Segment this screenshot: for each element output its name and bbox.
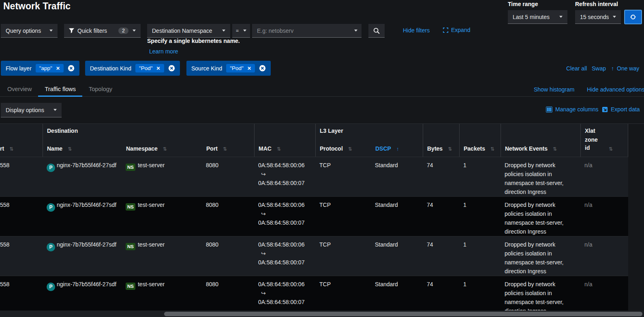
manage-columns-label: Manage columns xyxy=(555,106,599,113)
cell-dscp: Standard xyxy=(371,157,423,196)
header-group-xlat: Xlat xyxy=(581,124,628,134)
filter-field-select[interactable]: Destination Namespace xyxy=(147,24,230,38)
header-group-destination: Destination xyxy=(43,124,254,134)
destination-namespace-link[interactable]: test-server xyxy=(138,162,165,168)
sort-icon: ⇅ xyxy=(609,146,613,152)
horizontal-scrollbar-thumb[interactable] xyxy=(164,312,642,316)
destination-namespace-link[interactable]: test-server xyxy=(138,281,165,287)
pod-badge: P xyxy=(47,203,55,212)
destination-name-link[interactable]: nginx-7b7b55f46f-27sdf xyxy=(57,241,116,248)
query-options-dropdown[interactable]: Query options xyxy=(1,24,58,38)
column-header-xlat-zone-id[interactable]: zone id ⇅ xyxy=(581,136,629,157)
chip-group-close-icon[interactable] xyxy=(259,65,266,72)
header-group-l3-layer: L3 Layer xyxy=(316,124,423,134)
chip-value: "Pod" xyxy=(139,65,153,71)
page-title: Network Traffic xyxy=(3,1,71,12)
refresh-interval-select[interactable]: 15 seconds xyxy=(575,10,621,24)
column-header-network-events[interactable]: Network Events ⇅ xyxy=(501,145,581,157)
chevron-down-icon xyxy=(133,30,136,32)
chip-remove-icon[interactable]: ✕ xyxy=(56,66,60,71)
filter-operator-value: = xyxy=(236,28,239,34)
filter-value-input[interactable] xyxy=(256,27,350,34)
clear-all-filters-link[interactable]: Clear all xyxy=(566,65,587,72)
table-row[interactable]: 558 Pnginx-7b7b55f46f-27sdf NStest-serve… xyxy=(0,157,628,196)
chip-remove-icon[interactable]: ✕ xyxy=(247,66,251,71)
query-options-label: Query options xyxy=(6,28,45,34)
manage-columns-link[interactable]: Manage columns xyxy=(546,106,599,113)
cell-mac: 0A:58:64:58:00:06 ↪ 0A:58:64:58:00:07 xyxy=(254,197,315,236)
swap-filters-link[interactable]: Swap xyxy=(592,65,606,72)
autocomplete-chevron-icon[interactable] xyxy=(354,30,357,32)
cell-dscp: Standard xyxy=(371,236,423,276)
sort-ascending-icon: ↑ xyxy=(396,146,399,152)
cell-protocol: TCP xyxy=(315,276,371,315)
column-label: Protocol xyxy=(320,145,343,152)
expand-icon xyxy=(443,28,448,33)
tab-overview[interactable]: Overview xyxy=(1,83,38,96)
export-data-label: Export data xyxy=(611,106,640,113)
cell-bytes: 74 xyxy=(423,197,459,236)
one-way-link[interactable]: ↑ One way xyxy=(611,65,639,72)
sync-icon xyxy=(630,14,636,20)
refresh-button[interactable] xyxy=(624,10,642,24)
filter-operator-select[interactable]: = xyxy=(232,24,250,38)
table-row[interactable]: 558 Pnginx-7b7b55f46f-27sdf NStest-serve… xyxy=(0,276,628,315)
hook-arrow-icon: ↪ xyxy=(261,209,312,218)
column-header-source-port[interactable]: rt ⇅ xyxy=(0,145,43,157)
column-label: rt xyxy=(0,145,4,152)
cell-mac: 0A:58:64:58:00:06 ↪ 0A:58:64:58:00:07 xyxy=(254,236,315,276)
table-row[interactable]: 558 Pnginx-7b7b55f46f-27sdf NStest-serve… xyxy=(0,196,628,236)
namespace-badge: NS xyxy=(126,243,135,250)
quick-filters-dropdown[interactable]: Quick filters 2 xyxy=(64,24,141,38)
cell-xlat-zone-id: n/a xyxy=(580,197,628,236)
horizontal-scrollbar-track[interactable] xyxy=(0,311,644,317)
time-range-value: Last 5 minutes xyxy=(513,14,555,20)
expand-link[interactable]: Expand xyxy=(443,27,470,33)
time-range-label: Time range xyxy=(508,1,538,7)
hide-filters-link[interactable]: Hide filters xyxy=(403,27,430,34)
chip-group-close-icon[interactable] xyxy=(168,65,175,72)
header-group-spacer xyxy=(501,124,580,134)
display-options-dropdown[interactable]: Display options xyxy=(1,103,62,117)
destination-name-link[interactable]: nginx-7b7b55f46f-27sdf xyxy=(57,162,116,168)
header-group-spacer xyxy=(255,124,315,134)
pod-badge: P xyxy=(47,164,55,172)
table-row[interactable]: 558 Pnginx-7b7b55f46f-27sdf NStest-serve… xyxy=(0,236,628,276)
advanced-options-link[interactable]: Hide advanced options xyxy=(587,86,644,93)
filter-field-value: Destination Namespace xyxy=(152,28,218,34)
mac-destination: 0A:58:64:58:00:07 xyxy=(258,179,312,187)
sort-icon: ⇅ xyxy=(68,146,72,152)
search-button[interactable] xyxy=(368,24,385,38)
export-icon xyxy=(602,106,608,113)
chip-group-close-icon[interactable] xyxy=(68,65,75,72)
column-header-name[interactable]: Name ⇅ xyxy=(43,145,122,157)
filter-chip: "Pod" ✕ xyxy=(226,64,255,72)
column-header-protocol[interactable]: Protocol ⇅ xyxy=(316,145,371,157)
sort-icon: ⇅ xyxy=(448,146,452,152)
cell-destination-port: 8080 xyxy=(202,236,254,276)
column-header-namespace[interactable]: Namespace ⇅ xyxy=(122,145,202,157)
pod-badge: P xyxy=(47,243,55,251)
column-header-bytes[interactable]: Bytes ⇅ xyxy=(423,145,460,157)
search-icon xyxy=(373,28,380,34)
tab-topology[interactable]: Topology xyxy=(82,83,119,96)
time-range-select[interactable]: Last 5 minutes xyxy=(508,10,567,24)
tab-traffic-flows[interactable]: Traffic flows xyxy=(38,83,82,96)
show-histogram-link[interactable]: Show histogram xyxy=(534,86,574,93)
destination-namespace-link[interactable]: test-server xyxy=(138,202,165,208)
column-header-mac[interactable]: MAC ⇅ xyxy=(255,145,316,157)
destination-name-link[interactable]: nginx-7b7b55f46f-27sdf xyxy=(57,202,116,208)
chip-value: "Pod" xyxy=(230,65,244,71)
column-header-packets[interactable]: Packets ⇅ xyxy=(460,145,501,157)
column-header-port[interactable]: Port ⇅ xyxy=(202,145,255,157)
learn-more-link[interactable]: Learn more xyxy=(149,48,178,55)
destination-namespace-link[interactable]: test-server xyxy=(138,241,165,248)
cell-network-events: Dropped by network policies isolation in… xyxy=(501,236,580,276)
export-data-link[interactable]: Export data xyxy=(602,106,640,113)
cell-bytes: 74 xyxy=(423,157,459,196)
column-header-dscp[interactable]: DSCP ↑ xyxy=(371,145,423,157)
quick-filters-label: Quick filters xyxy=(77,28,114,34)
destination-name-link[interactable]: nginx-7b7b55f46f-27sdf xyxy=(57,281,116,287)
mac-source: 0A:58:64:58:00:06 xyxy=(258,280,312,289)
chip-remove-icon[interactable]: ✕ xyxy=(156,66,160,71)
